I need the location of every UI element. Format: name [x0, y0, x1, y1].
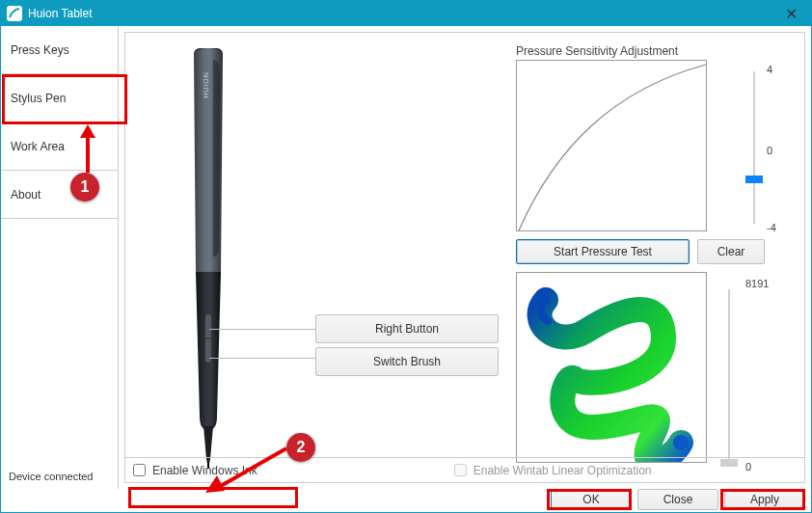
pressure-curve-chart [516, 60, 707, 231]
sidebar-item-about[interactable]: About [1, 171, 118, 219]
button-label: Close [663, 493, 693, 506]
close-icon: ✕ [785, 5, 798, 23]
window-title: Huion Tablet [28, 7, 93, 20]
button-label: Switch Brush [373, 355, 441, 368]
slider-max-label: 4 [767, 64, 772, 75]
clear-button[interactable]: Clear [697, 239, 765, 264]
sidebar-item-label: About [11, 188, 41, 202]
ok-button[interactable]: OK [551, 489, 632, 510]
slider-thumb[interactable] [745, 176, 763, 183]
button-label: Clear [717, 245, 745, 258]
pressure-section-label: Pressure Sensitivity Adjustment [516, 44, 790, 58]
svg-rect-0 [7, 6, 22, 21]
svg-marker-7 [80, 124, 95, 138]
enable-wintab-checkbox[interactable]: Enable Wintab Linear Optimization [450, 461, 652, 479]
pressure-test-canvas[interactable] [516, 272, 707, 463]
sidebar-item-work-area[interactable]: Work Area [1, 122, 118, 171]
main-panel: HUION Right Button Switch Brush Pressure… [124, 32, 805, 483]
arrow-2 [203, 445, 290, 493]
stylus-illustration: HUION [169, 44, 248, 469]
dialog-buttons: OK Close Apply [551, 489, 805, 510]
pen-lower-button-assign[interactable]: Switch Brush [315, 347, 499, 376]
sidebar-item-stylus-pen[interactable]: Stylus Pen [1, 74, 118, 122]
arrow-1 [76, 124, 99, 175]
pen-upper-button-assign[interactable]: Right Button [315, 314, 499, 343]
sidebar-item-label: Stylus Pen [11, 92, 66, 105]
button-label: Start Pressure Test [554, 245, 652, 258]
button-label: OK [582, 493, 599, 506]
window-titlebar: Huion Tablet ✕ [1, 1, 811, 26]
checkbox-label: Enable Wintab Linear Optimization [474, 464, 652, 477]
pressure-adjust-slider[interactable]: 4 0 -4 [747, 62, 761, 233]
svg-point-5 [673, 435, 689, 450]
sidebar-item-press-keys[interactable]: Press Keys [1, 26, 118, 74]
step-badge-2: 2 [286, 433, 315, 462]
pen-brand-text: HUION [203, 71, 209, 98]
checkbox-input [454, 464, 467, 476]
window-close-button[interactable]: ✕ [771, 1, 811, 26]
svg-line-8 [219, 448, 286, 487]
pen-preview: HUION Right Button Switch Brush [140, 44, 497, 469]
slider-max-label: 8191 [745, 278, 769, 289]
slider-mid-label: 0 [767, 145, 772, 156]
apply-button[interactable]: Apply [724, 489, 805, 510]
stroke-preview-icon [517, 273, 707, 463]
button-label: Apply [750, 493, 779, 506]
sidebar-item-label: Work Area [11, 140, 65, 153]
button-label: Right Button [375, 322, 439, 336]
close-button[interactable]: Close [637, 489, 718, 510]
start-pressure-test-button[interactable]: Start Pressure Test [516, 239, 690, 264]
pressure-resolution-slider[interactable]: 8191 0 [722, 280, 736, 471]
sidebar: Press Keys Stylus Pen Work Area About De… [1, 26, 119, 489]
step-badge-1: 1 [70, 173, 99, 202]
slider-min-label: -4 [767, 222, 776, 233]
device-status: Device connected [1, 464, 118, 489]
checkbox-input[interactable] [133, 464, 146, 476]
sidebar-item-label: Press Keys [11, 43, 69, 57]
pressure-panel: Pressure Sensitivity Adjustment 4 0 -4 [516, 44, 790, 469]
app-icon [7, 6, 22, 21]
